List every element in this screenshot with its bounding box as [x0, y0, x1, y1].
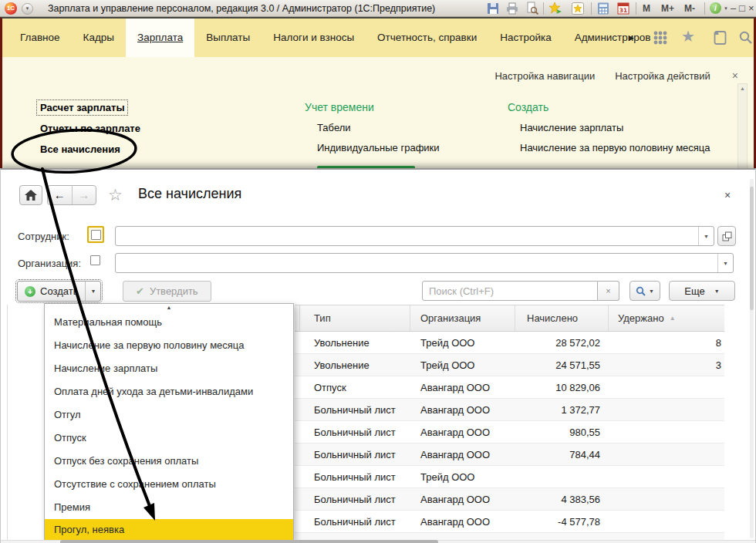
create-button-main[interactable]: + Создать [18, 282, 85, 301]
create-menu-item[interactable]: Начисление зарплаты [45, 357, 293, 380]
employee-filter-input[interactable] [116, 227, 698, 245]
table-cell: Увольнение [300, 332, 410, 353]
print-icon[interactable] [505, 2, 519, 15]
minimize-button[interactable]: – [731, 2, 736, 14]
create-menu-item[interactable]: Начисление за первую половину месяца [45, 334, 293, 357]
create-menu-item[interactable]: Отсутствие с сохранением оплаты [45, 473, 293, 496]
employee-filter-field: ▼ [115, 226, 714, 246]
add-favorite-icon[interactable] [548, 2, 562, 15]
table-row[interactable]: Больничный листАвангард ООО980,55 [295, 421, 724, 444]
panel-link-otchety-po-zarplate[interactable]: Отчеты по зарплате [37, 121, 143, 136]
section-item-link[interactable]: Начисление за первую половину месяца [520, 142, 710, 153]
create-dropdown-menu: ▲ Материальная помощьНачисление за перву… [44, 303, 294, 541]
tab-zarplata[interactable]: Зарплата [126, 19, 194, 57]
table-cell: 10 829,06 [515, 376, 609, 398]
panel-scroll-up-icon[interactable]: ▲ [738, 84, 747, 93]
table-cell: 980,55 [515, 421, 609, 443]
section-header: Создать [508, 101, 710, 113]
memory-plus-button[interactable]: M+ [661, 3, 674, 14]
panel-action-nav-settings[interactable]: Настройка навигации [494, 70, 595, 82]
close-window-button[interactable]: × [724, 189, 731, 201]
table-row[interactable]: УвольнениеТрейд ООО24 571,553 [295, 354, 724, 376]
panel-close-button[interactable]: × [732, 69, 738, 82]
table-row[interactable]: Больничный листАвангард ООО-4 577,78 [295, 511, 724, 533]
create-menu-item[interactable]: Отпуск без сохранения оплаты [45, 450, 293, 473]
create-menu-item[interactable]: Прогул, неявка [45, 519, 293, 540]
memory-recall-button[interactable]: M [643, 3, 650, 14]
table-header-cell[interactable]: Организация [410, 305, 515, 331]
calendar-icon[interactable]: 31 [616, 2, 630, 15]
search-input[interactable] [422, 281, 598, 301]
tab-vyplaty[interactable]: Выплаты [194, 19, 262, 57]
print-preview-icon[interactable] [525, 2, 539, 15]
more-button[interactable]: Еще ▼ [669, 281, 735, 301]
all-functions-grid-icon[interactable] [652, 29, 669, 49]
table-row[interactable]: Больничный листАвангард ООО1 372,77 [295, 399, 724, 421]
table-row[interactable]: Больничный листАвангард ООО4 383,56 [295, 488, 724, 511]
create-menu-item[interactable]: Премия [45, 496, 293, 519]
favorites-list-icon[interactable] [571, 2, 585, 15]
table-header-cell[interactable]: Удержано▲ [609, 305, 724, 331]
favorites-star-icon[interactable]: ★ [681, 28, 695, 45]
tabs-overflow-icon[interactable]: ▶ [629, 34, 634, 42]
create-menu-item[interactable]: Оплата дней ухода за детьми-инвалидами [45, 380, 293, 403]
calculator-icon[interactable] [596, 2, 610, 15]
employee-open-button[interactable] [717, 226, 736, 246]
window-menu-button[interactable]: ▼ [22, 3, 33, 15]
info-icon[interactable]: i [710, 2, 721, 14]
favorite-star-outline-icon[interactable]: ☆ [108, 186, 123, 204]
save-icon[interactable] [486, 2, 500, 15]
home-button[interactable] [19, 185, 42, 205]
create-menu-item[interactable]: Материальная помощь [45, 311, 293, 334]
create-dropdown-icon[interactable]: ▼ [85, 282, 100, 301]
panel-vscrollbar[interactable]: ▲ [737, 83, 748, 170]
create-button[interactable]: + Создать ▼ [17, 281, 101, 302]
table-row[interactable]: Больничный листТрейд ООО [295, 466, 724, 488]
accruals-table: ТипОрганизацияНачисленоУдержано▲ Увольне… [295, 305, 724, 543]
section-item-link[interactable]: Начисление зарплаты [520, 122, 710, 133]
maximize-button[interactable]: □ [739, 2, 745, 14]
window-vscrollbar-thumb[interactable] [750, 187, 754, 310]
tab-glavnoe[interactable]: Главное [8, 19, 72, 57]
back-button[interactable]: ← [48, 186, 73, 204]
search-options-button[interactable]: ▼ [629, 281, 660, 301]
panel-link-raschet-zarplaty[interactable]: Расчет зарплаты [37, 100, 127, 115]
tab-otchetnost-spravki[interactable]: Отчетность, справки [366, 19, 488, 57]
title-bar: 1С ▼ Зарплата и управление персоналом, р… [0, 0, 756, 17]
table-header-cell[interactable]: Начислено [515, 305, 609, 331]
menu-scroll-up-icon[interactable]: ▲ [45, 304, 293, 311]
search-clear-button[interactable]: × [598, 281, 619, 301]
employee-filter-checkbox[interactable] [87, 226, 104, 243]
global-search-icon[interactable] [737, 29, 754, 49]
table-row[interactable]: УвольнениеТрейд ООО28 572,028 [295, 332, 724, 354]
close-app-button[interactable]: × [748, 2, 754, 14]
section-item-link[interactable]: Индивидуальные графики [317, 142, 440, 153]
memory-minus-button[interactable]: M- [684, 3, 695, 14]
table-hscrollbar-thumb[interactable] [60, 540, 438, 543]
table-cell: Трейд ООО [410, 354, 515, 376]
table-cell: Отпуск [300, 376, 410, 398]
tab-nalogi-i-vznosy[interactable]: Налоги и взносы [262, 19, 366, 57]
table-header-cell[interactable]: Тип [300, 305, 410, 331]
tab-administrirovanie[interactable]: Администриров [563, 19, 663, 57]
table-row[interactable]: Больничный листАвангард ООО784,44 [295, 444, 724, 466]
organization-filter-checkbox[interactable] [90, 255, 100, 265]
employee-dropdown-icon[interactable]: ▼ [698, 227, 714, 245]
approve-button-label: Утвердить [150, 285, 198, 297]
info-dropdown-icon[interactable]: ▼ [724, 6, 728, 11]
create-menu-item[interactable]: Отпуск [45, 427, 293, 450]
panel-link-vse-nachisleniya[interactable]: Все начисления [37, 142, 123, 157]
app-logo-1c-icon: 1С [5, 2, 17, 15]
organization-dropdown-icon[interactable]: ▼ [717, 254, 733, 272]
create-menu-item[interactable]: Отгул [45, 403, 293, 427]
screen: 1С ▼ Зарплата и управление персоналом, р… [0, 0, 756, 543]
history-scroll-icon[interactable] [711, 29, 728, 49]
tab-nastroyka[interactable]: Настройка [488, 19, 562, 57]
section-item-link[interactable]: Табели [317, 122, 440, 133]
approve-button[interactable]: ✔ Утвердить [123, 281, 211, 302]
table-row[interactable]: ОтпускАвангард ООО10 829,06 [295, 376, 724, 399]
organization-filter-input[interactable] [116, 254, 717, 272]
forward-button[interactable]: → [73, 186, 96, 204]
panel-action-actions-settings[interactable]: Настройка действий [615, 70, 710, 82]
tab-kadry[interactable]: Кадры [72, 19, 126, 57]
